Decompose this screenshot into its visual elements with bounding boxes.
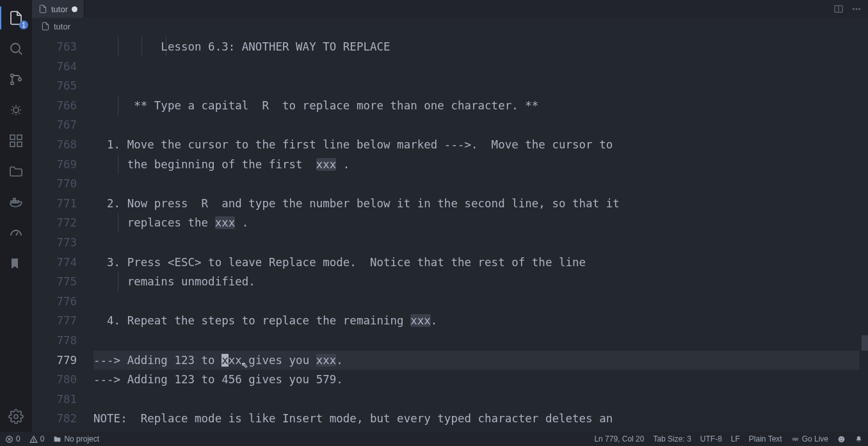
status-language[interactable]: Plain Text <box>746 432 785 446</box>
source-control-icon[interactable] <box>0 64 32 95</box>
split-editor-icon[interactable] <box>833 4 844 14</box>
status-warnings[interactable]: 0 <box>27 432 47 446</box>
minimap-scrollbar[interactable] <box>859 35 868 432</box>
svg-point-20 <box>859 8 860 10</box>
dashboard-icon[interactable] <box>0 218 32 248</box>
tab-label: tutor <box>51 4 68 14</box>
svg-point-3 <box>11 82 13 84</box>
breadcrumb[interactable]: tutor <box>32 18 868 35</box>
svg-point-4 <box>19 78 21 81</box>
svg-point-27 <box>839 436 845 442</box>
status-project[interactable]: No project <box>51 432 102 446</box>
svg-rect-11 <box>13 201 15 203</box>
explorer-badge: 1 <box>19 20 28 29</box>
status-eol[interactable]: LF <box>728 432 743 446</box>
svg-line-14 <box>16 232 18 235</box>
svg-point-19 <box>856 8 857 10</box>
tabs-bar: tutor <box>32 0 868 18</box>
svg-rect-13 <box>13 198 15 200</box>
activity-bar: 1 <box>0 0 32 432</box>
svg-point-2 <box>11 74 13 77</box>
extensions-icon[interactable] <box>0 125 32 156</box>
svg-point-5 <box>13 108 19 113</box>
svg-rect-10 <box>11 201 13 203</box>
svg-line-1 <box>19 52 22 54</box>
explorer-icon[interactable]: 1 <box>0 3 32 33</box>
file-icon <box>38 4 47 13</box>
breadcrumb-file: tutor <box>54 22 70 31</box>
svg-point-26 <box>794 438 796 440</box>
svg-rect-9 <box>17 135 22 139</box>
dirty-indicator-icon <box>72 6 77 12</box>
svg-rect-7 <box>10 142 15 147</box>
file-icon <box>41 22 50 31</box>
svg-rect-6 <box>10 135 15 139</box>
search-icon[interactable] <box>0 33 32 64</box>
settings-icon[interactable] <box>0 401 32 432</box>
bookmark-icon[interactable] <box>0 248 32 279</box>
debug-icon[interactable] <box>0 95 32 125</box>
svg-rect-12 <box>16 201 18 203</box>
status-go-live[interactable]: Go Live <box>789 432 831 446</box>
tab-tutor[interactable]: tutor <box>32 0 84 18</box>
status-feedback-icon[interactable] <box>835 432 848 446</box>
svg-point-18 <box>853 8 854 10</box>
status-errors[interactable]: 0 <box>3 432 23 446</box>
svg-point-29 <box>842 438 842 438</box>
status-bar: 0 0 No project Ln 779, Col 20 Tab Size: … <box>0 432 868 446</box>
status-cursor-position[interactable]: Ln 779, Col 20 <box>591 432 647 446</box>
editor[interactable]: 7637647657667677687697707717727737747757… <box>32 35 868 432</box>
status-bell-icon[interactable] <box>852 432 865 446</box>
svg-point-15 <box>14 415 18 418</box>
status-tab-size[interactable]: Tab Size: 3 <box>650 432 693 446</box>
svg-point-25 <box>33 440 34 441</box>
more-icon[interactable] <box>851 4 862 14</box>
svg-point-28 <box>840 438 840 438</box>
svg-rect-8 <box>17 142 22 147</box>
svg-point-0 <box>11 44 20 52</box>
status-encoding[interactable]: UTF-8 <box>698 432 725 446</box>
folder-icon[interactable] <box>0 156 32 187</box>
docker-icon[interactable] <box>0 187 32 218</box>
